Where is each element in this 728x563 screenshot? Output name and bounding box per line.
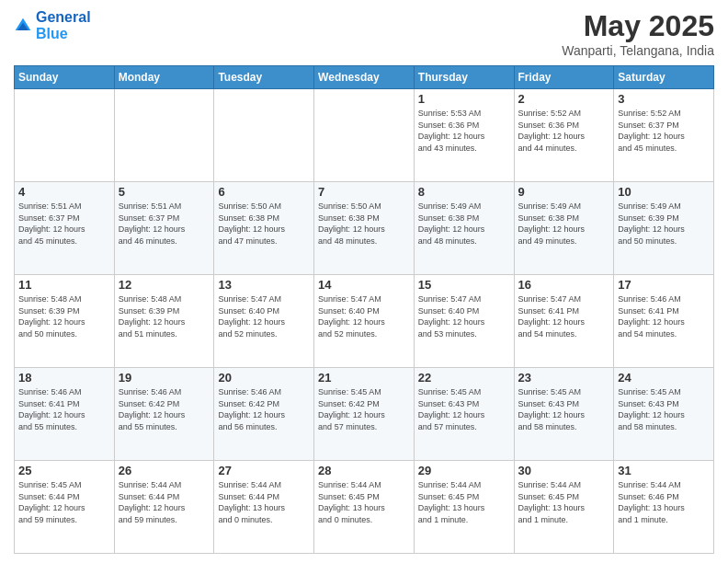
calendar-cell: 2Sunrise: 5:52 AM Sunset: 6:36 PM Daylig… [514,89,614,182]
calendar-cell: 4Sunrise: 5:51 AM Sunset: 6:37 PM Daylig… [15,182,115,275]
day-header-sunday: Sunday [15,66,115,89]
day-info: Sunrise: 5:45 AM Sunset: 6:43 PM Dayligh… [518,386,610,432]
day-number: 27 [218,464,310,477]
day-info: Sunrise: 5:47 AM Sunset: 6:40 PM Dayligh… [418,293,510,339]
calendar-cell: 24Sunrise: 5:45 AM Sunset: 6:43 PM Dayli… [614,368,714,461]
day-info: Sunrise: 5:45 AM Sunset: 6:42 PM Dayligh… [318,386,410,432]
day-info: Sunrise: 5:46 AM Sunset: 6:42 PM Dayligh… [218,386,310,432]
day-number: 18 [18,371,110,385]
day-number: 5 [119,185,210,199]
logo-text: General Blue [36,9,91,41]
calendar-cell: 17Sunrise: 5:46 AM Sunset: 6:41 PM Dayli… [614,275,714,368]
calendar-cell: 8Sunrise: 5:49 AM Sunset: 6:38 PM Daylig… [414,182,514,275]
calendar-cell: 5Sunrise: 5:51 AM Sunset: 6:37 PM Daylig… [114,182,214,275]
calendar-cell: 7Sunrise: 5:50 AM Sunset: 6:38 PM Daylig… [314,182,415,275]
day-info: Sunrise: 5:52 AM Sunset: 6:36 PM Dayligh… [518,108,610,154]
day-number: 13 [218,278,310,292]
day-number: 24 [618,371,710,385]
header: General Blue May 2025 Wanparti, Telangan… [14,9,714,58]
calendar-week-1: 1Sunrise: 5:53 AM Sunset: 6:36 PM Daylig… [15,89,714,182]
day-info: Sunrise: 5:51 AM Sunset: 6:37 PM Dayligh… [119,201,210,247]
calendar-cell: 31Sunrise: 5:44 AM Sunset: 6:46 PM Dayli… [614,461,714,554]
day-number: 8 [418,185,510,199]
day-number: 2 [518,92,610,106]
day-info: Sunrise: 5:49 AM Sunset: 6:39 PM Dayligh… [618,201,710,247]
day-number: 15 [418,278,510,292]
day-info: Sunrise: 5:45 AM Sunset: 6:44 PM Dayligh… [18,479,110,525]
day-number: 14 [318,278,410,292]
day-info: Sunrise: 5:47 AM Sunset: 6:41 PM Dayligh… [518,293,610,339]
logo: General Blue [14,9,91,41]
calendar-cell [114,89,214,182]
day-number: 12 [119,278,210,292]
logo-icon [14,17,32,35]
calendar-cell: 18Sunrise: 5:46 AM Sunset: 6:41 PM Dayli… [15,368,115,461]
day-number: 1 [418,92,510,106]
day-number: 10 [618,185,710,199]
day-info: Sunrise: 5:44 AM Sunset: 6:44 PM Dayligh… [218,479,310,525]
day-info: Sunrise: 5:50 AM Sunset: 6:38 PM Dayligh… [318,201,410,247]
day-number: 7 [318,185,410,199]
calendar-cell [314,89,415,182]
day-number: 17 [618,278,710,292]
day-number: 11 [18,278,110,292]
day-number: 6 [218,185,310,199]
day-info: Sunrise: 5:45 AM Sunset: 6:43 PM Dayligh… [418,386,510,432]
day-info: Sunrise: 5:47 AM Sunset: 6:40 PM Dayligh… [318,293,410,339]
day-header-tuesday: Tuesday [214,66,314,89]
day-header-thursday: Thursday [414,66,514,89]
day-info: Sunrise: 5:49 AM Sunset: 6:38 PM Dayligh… [418,201,510,247]
calendar-cell: 14Sunrise: 5:47 AM Sunset: 6:40 PM Dayli… [314,275,415,368]
calendar-cell: 3Sunrise: 5:52 AM Sunset: 6:37 PM Daylig… [614,89,714,182]
day-number: 16 [518,278,610,292]
calendar-cell [15,89,115,182]
title-block: May 2025 Wanparti, Telangana, India [562,9,714,58]
day-number: 29 [418,464,510,477]
calendar-cell: 11Sunrise: 5:48 AM Sunset: 6:39 PM Dayli… [15,275,115,368]
day-info: Sunrise: 5:50 AM Sunset: 6:38 PM Dayligh… [218,201,310,247]
day-info: Sunrise: 5:47 AM Sunset: 6:40 PM Dayligh… [218,293,310,339]
day-number: 3 [618,92,710,106]
day-number: 23 [518,371,610,385]
day-info: Sunrise: 5:51 AM Sunset: 6:37 PM Dayligh… [18,201,110,247]
calendar-cell: 22Sunrise: 5:45 AM Sunset: 6:43 PM Dayli… [414,368,514,461]
day-info: Sunrise: 5:53 AM Sunset: 6:36 PM Dayligh… [418,108,510,154]
day-info: Sunrise: 5:52 AM Sunset: 6:37 PM Dayligh… [618,108,710,154]
calendar-cell: 26Sunrise: 5:44 AM Sunset: 6:44 PM Dayli… [114,461,214,554]
day-info: Sunrise: 5:49 AM Sunset: 6:38 PM Dayligh… [518,201,610,247]
calendar-table: SundayMondayTuesdayWednesdayThursdayFrid… [14,65,714,554]
location: Wanparti, Telangana, India [562,43,714,58]
calendar-cell: 13Sunrise: 5:47 AM Sunset: 6:40 PM Dayli… [214,275,314,368]
day-number: 21 [318,371,410,385]
day-info: Sunrise: 5:46 AM Sunset: 6:41 PM Dayligh… [618,293,710,339]
day-info: Sunrise: 5:48 AM Sunset: 6:39 PM Dayligh… [119,293,210,339]
day-info: Sunrise: 5:44 AM Sunset: 6:45 PM Dayligh… [518,479,610,525]
day-header-wednesday: Wednesday [314,66,415,89]
calendar-cell: 25Sunrise: 5:45 AM Sunset: 6:44 PM Dayli… [15,461,115,554]
day-info: Sunrise: 5:44 AM Sunset: 6:46 PM Dayligh… [618,479,710,525]
day-number: 31 [618,464,710,477]
calendar-cell: 6Sunrise: 5:50 AM Sunset: 6:38 PM Daylig… [214,182,314,275]
calendar-cell: 20Sunrise: 5:46 AM Sunset: 6:42 PM Dayli… [214,368,314,461]
day-number: 20 [218,371,310,385]
page: General Blue May 2025 Wanparti, Telangan… [0,0,728,563]
calendar-week-5: 25Sunrise: 5:45 AM Sunset: 6:44 PM Dayli… [15,461,714,554]
calendar-cell: 9Sunrise: 5:49 AM Sunset: 6:38 PM Daylig… [514,182,614,275]
calendar-week-2: 4Sunrise: 5:51 AM Sunset: 6:37 PM Daylig… [15,182,714,275]
calendar-cell: 10Sunrise: 5:49 AM Sunset: 6:39 PM Dayli… [614,182,714,275]
day-number: 25 [18,464,110,477]
day-number: 26 [119,464,210,477]
calendar-cell: 19Sunrise: 5:46 AM Sunset: 6:42 PM Dayli… [114,368,214,461]
day-number: 19 [119,371,210,385]
day-number: 22 [418,371,510,385]
calendar-header-row: SundayMondayTuesdayWednesdayThursdayFrid… [15,66,714,89]
day-info: Sunrise: 5:45 AM Sunset: 6:43 PM Dayligh… [618,386,710,432]
calendar-cell: 12Sunrise: 5:48 AM Sunset: 6:39 PM Dayli… [114,275,214,368]
calendar-cell: 27Sunrise: 5:44 AM Sunset: 6:44 PM Dayli… [214,461,314,554]
calendar-cell: 23Sunrise: 5:45 AM Sunset: 6:43 PM Dayli… [514,368,614,461]
calendar-cell: 1Sunrise: 5:53 AM Sunset: 6:36 PM Daylig… [414,89,514,182]
day-info: Sunrise: 5:44 AM Sunset: 6:44 PM Dayligh… [119,479,210,525]
calendar-week-4: 18Sunrise: 5:46 AM Sunset: 6:41 PM Dayli… [15,368,714,461]
calendar-week-3: 11Sunrise: 5:48 AM Sunset: 6:39 PM Dayli… [15,275,714,368]
calendar-cell: 16Sunrise: 5:47 AM Sunset: 6:41 PM Dayli… [514,275,614,368]
